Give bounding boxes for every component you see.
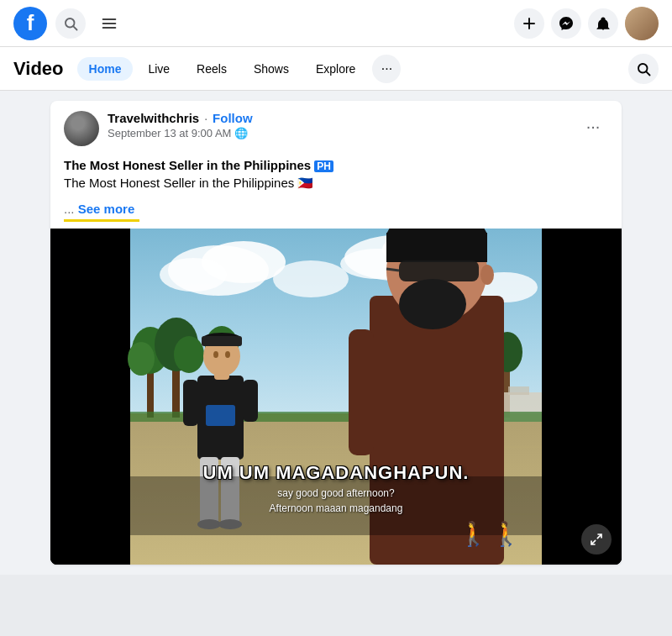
bell-icon	[596, 16, 611, 31]
top-nav-left: f	[13, 7, 124, 40]
tab-live[interactable]: Live	[136, 57, 181, 81]
svg-rect-61	[399, 260, 479, 281]
facebook-logo[interactable]: f	[13, 7, 47, 40]
svg-rect-10	[542, 229, 622, 565]
post-card: Travelwithchris · Follow September 13 at…	[50, 101, 622, 565]
see-more-link[interactable]: See more	[78, 202, 135, 216]
post-header-left: Travelwithchris · Follow September 13 at…	[64, 111, 253, 146]
svg-point-63	[480, 265, 494, 285]
top-nav-right	[514, 7, 659, 40]
privacy-globe-icon: 🌐	[234, 127, 248, 139]
tab-reels[interactable]: Reels	[185, 57, 239, 81]
post-time-line: September 13 at 9:00 AM 🌐	[108, 127, 253, 139]
svg-point-26	[128, 342, 155, 376]
video-page-title: Video	[13, 58, 64, 80]
search-icon	[636, 61, 651, 76]
hamburger-icon	[101, 15, 118, 32]
messenger-button[interactable]	[551, 8, 581, 39]
video-nav-tabs: Home Live Reels Shows Explore ···	[77, 55, 402, 83]
subtitle-secondary-2: Afternoon maaan magandang	[130, 502, 542, 514]
notifications-button[interactable]	[588, 8, 618, 39]
messenger-icon	[559, 16, 574, 31]
video-container[interactable]: UM UM MAGADANGHAPUN. say good good after…	[50, 229, 622, 565]
video-scene	[50, 229, 622, 565]
avatar-image	[625, 7, 659, 40]
svg-rect-49	[206, 405, 235, 426]
top-search-button[interactable]	[55, 8, 86, 39]
post-title-bold: The Most Honest Seller in the Philippine…	[64, 156, 608, 174]
person-icon-1: 🚶	[459, 520, 488, 548]
tab-explore[interactable]: Explore	[304, 57, 367, 81]
see-more-line: ... See more	[50, 202, 622, 219]
svg-point-29	[174, 336, 204, 373]
post-author-avatar[interactable]	[64, 111, 99, 146]
video-navigation: Video Home Live Reels Shows Explore ···	[0, 47, 672, 91]
post-timestamp: September 13 at 9:00 AM	[108, 127, 231, 139]
profile-avatar[interactable]	[625, 7, 659, 40]
svg-rect-59	[386, 233, 487, 262]
tab-shows[interactable]: Shows	[242, 57, 301, 81]
svg-point-48	[225, 351, 230, 358]
post-title-second: The Most Honest Seller in the Philippine…	[64, 174, 608, 192]
ellipsis-text: ...	[64, 202, 75, 216]
post-author-line: Travelwithchris · Follow	[108, 111, 253, 125]
post-author-name[interactable]: Travelwithchris	[108, 111, 199, 125]
highlight-bar	[64, 219, 139, 222]
main-content: Travelwithchris · Follow September 13 at…	[0, 91, 672, 575]
svg-rect-9	[50, 229, 130, 565]
expand-button[interactable]	[581, 524, 612, 555]
svg-point-60	[399, 279, 466, 329]
subtitle-area: UM UM MAGADANGHAPUN. say good good after…	[130, 462, 542, 514]
follow-button[interactable]: Follow	[213, 111, 253, 125]
svg-point-47	[213, 351, 218, 358]
search-icon	[63, 16, 78, 31]
svg-point-18	[273, 260, 349, 297]
avatar-image	[64, 111, 99, 146]
post-header: Travelwithchris · Follow September 13 at…	[50, 101, 622, 153]
top-navigation: f	[0, 0, 672, 47]
person-icon-2: 🚶	[491, 520, 521, 548]
post-menu-button[interactable]: ···	[578, 111, 608, 141]
svg-rect-55	[349, 329, 374, 455]
svg-rect-42	[243, 380, 258, 422]
svg-line-1	[73, 26, 76, 29]
more-tabs-button[interactable]: ···	[372, 55, 401, 83]
video-search-button[interactable]	[628, 54, 659, 84]
svg-line-62	[386, 269, 399, 271]
svg-rect-46	[202, 336, 242, 346]
tab-home[interactable]: Home	[77, 57, 134, 81]
svg-rect-41	[183, 380, 198, 426]
menu-button[interactable]	[94, 8, 124, 39]
separator-dot: ·	[204, 112, 207, 125]
post-title-text: The Most Honest Seller in the Philippine…	[64, 158, 311, 172]
fb-logo-letter: f	[27, 12, 34, 34]
svg-point-14	[160, 258, 227, 292]
post-title-badge: PH	[314, 160, 333, 172]
create-button[interactable]	[514, 8, 544, 39]
svg-line-8	[646, 71, 649, 75]
plus-icon	[522, 16, 537, 31]
post-text-area: The Most Honest Seller in the Philippine…	[50, 153, 622, 200]
svg-rect-38	[508, 386, 529, 395]
people-walking-icons: 🚶 🚶	[459, 520, 521, 548]
video-frame: UM UM MAGADANGHAPUN. say good good after…	[50, 229, 622, 565]
post-meta: Travelwithchris · Follow September 13 at…	[108, 111, 253, 139]
subtitle-secondary-1: say good good afternoon?	[130, 487, 542, 499]
subtitle-main-text: UM UM MAGADANGHAPUN.	[130, 462, 542, 484]
expand-icon	[590, 533, 603, 546]
